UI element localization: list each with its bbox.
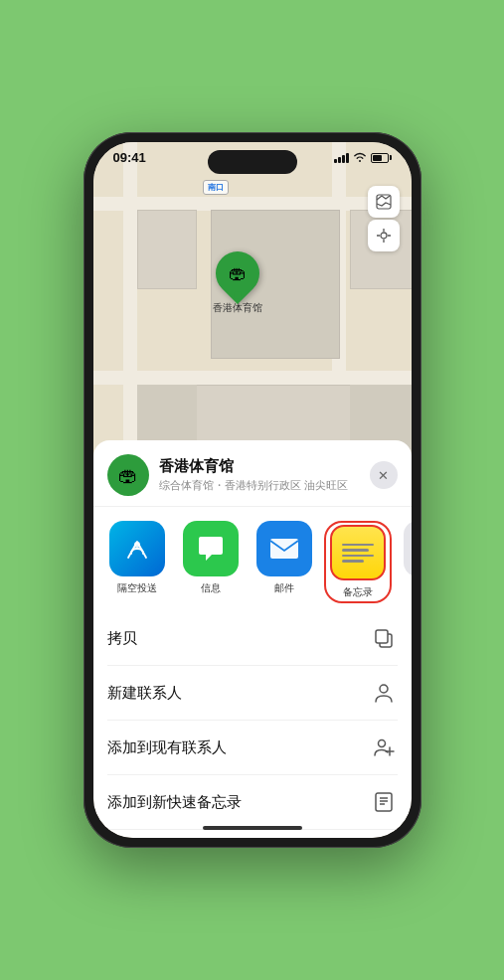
person-add-icon: [370, 734, 398, 761]
notes-icon: [330, 525, 386, 580]
share-item-messages[interactable]: 信息: [177, 521, 245, 603]
person-icon: [370, 679, 398, 707]
messages-icon: [183, 521, 239, 576]
action-quick-note[interactable]: 添加到新快速备忘录: [107, 775, 398, 830]
venue-icon: 🏟: [107, 454, 149, 496]
venue-name: 香港体育馆: [159, 457, 370, 476]
mail-icon: [256, 521, 312, 576]
phone-frame: 09:41: [84, 132, 421, 848]
action-list: 拷贝 新建联系人: [93, 611, 412, 838]
copy-icon: [370, 624, 398, 652]
svg-point-1: [381, 233, 387, 239]
stadium-pin-icon: 🏟: [229, 263, 247, 284]
battery-icon: [371, 153, 392, 163]
action-new-contact[interactable]: 新建联系人: [107, 666, 398, 721]
stadium-marker: 🏟 香港体育馆: [213, 251, 262, 315]
action-quick-note-label: 添加到新快速备忘录: [107, 793, 242, 812]
share-item-mail[interactable]: 邮件: [251, 521, 318, 603]
home-indicator: [203, 826, 302, 830]
action-add-contact-label: 添加到现有联系人: [107, 738, 227, 757]
dynamic-island: [208, 150, 297, 174]
notes-label: 备忘录: [343, 585, 373, 599]
svg-point-10: [380, 685, 388, 693]
phone-screen: 09:41: [93, 142, 412, 838]
share-row: 隔空投送 信息: [93, 507, 412, 611]
venue-info: 香港体育馆 综合体育馆・香港特别行政区 油尖旺区: [159, 457, 370, 493]
status-time: 09:41: [113, 150, 146, 165]
map-controls: [368, 186, 400, 251]
status-icons: [334, 151, 392, 164]
memo-icon: [370, 788, 398, 816]
wifi-icon: [353, 151, 367, 164]
svg-rect-7: [270, 539, 298, 559]
share-item-notes[interactable]: 备忘录: [324, 521, 392, 603]
notes-lines: [342, 544, 374, 563]
messages-label: 信息: [201, 581, 221, 595]
action-print[interactable]: 打印: [107, 830, 398, 838]
map-label-nk: 南口: [203, 180, 229, 195]
sheet-header: 🏟 香港体育馆 综合体育馆・香港特别行政区 油尖旺区 ✕: [93, 440, 412, 507]
action-add-contact[interactable]: 添加到现有联系人: [107, 721, 398, 775]
bottom-sheet: 🏟 香港体育馆 综合体育馆・香港特别行政区 油尖旺区 ✕: [93, 440, 412, 838]
svg-rect-14: [376, 793, 392, 811]
location-button[interactable]: [368, 220, 400, 251]
airdrop-icon: [109, 521, 165, 576]
share-item-more[interactable]: 推: [398, 521, 412, 603]
airdrop-label: 隔空投送: [117, 581, 157, 595]
action-new-contact-label: 新建联系人: [107, 684, 182, 703]
action-copy[interactable]: 拷贝: [107, 611, 398, 666]
map-type-button[interactable]: [368, 186, 400, 218]
share-item-airdrop[interactable]: 隔空投送: [103, 521, 171, 603]
signal-bars-icon: [334, 153, 349, 163]
more-icon: [404, 521, 412, 576]
action-copy-label: 拷贝: [107, 629, 137, 648]
mail-label: 邮件: [274, 581, 294, 595]
svg-rect-9: [376, 630, 388, 643]
svg-point-11: [378, 740, 385, 747]
close-button[interactable]: ✕: [370, 461, 398, 489]
venue-sub: 综合体育馆・香港特别行政区 油尖旺区: [159, 478, 370, 493]
